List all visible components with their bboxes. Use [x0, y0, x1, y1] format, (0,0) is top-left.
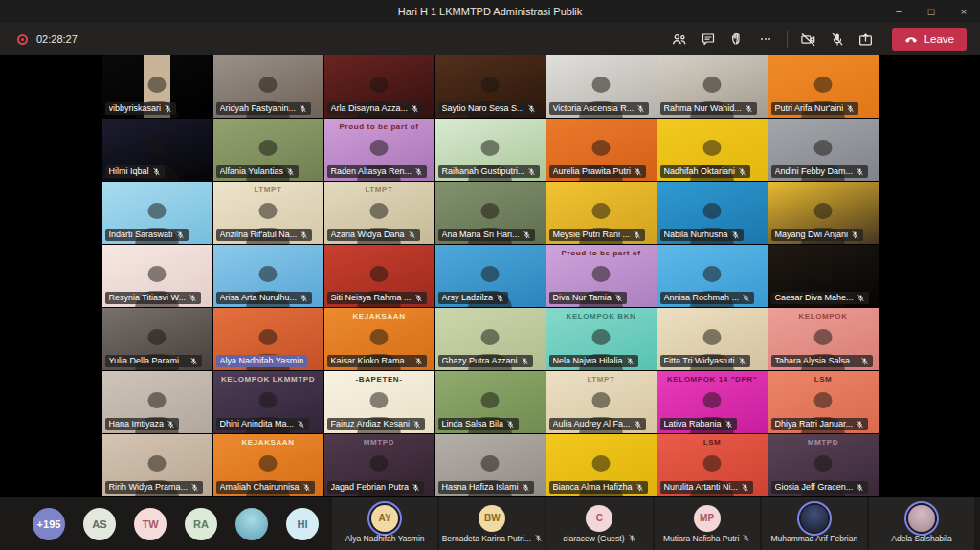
maximize-button[interactable]: □ [915, 0, 947, 23]
more-options-button[interactable] [751, 27, 780, 52]
mic-muted-icon [506, 420, 515, 429]
participant-tile[interactable]: Resynia Titiasvi W... [102, 245, 212, 307]
participant-tile[interactable]: Yulia Della Parami... [102, 308, 212, 370]
camera-toggle-button[interactable] [794, 27, 823, 52]
participant-tile[interactable]: MMTPDGiosia Jeff Gracen... [768, 434, 879, 496]
participant-tile[interactable]: KELOMPOK BKNNela Najwa Hilalia [546, 308, 657, 370]
participant-tile[interactable]: Ghazy Putra Azzani [435, 308, 546, 370]
featured-participant[interactable]: BWBernadeta Karina Putri... [439, 497, 545, 550]
participant-tile[interactable]: KELOMPOK 14 "DPR"Lativa Rabania [657, 371, 768, 433]
participant-initials-avatar[interactable]: C [586, 505, 612, 532]
participant-tile[interactable]: Hana Imtiyaza [102, 371, 212, 433]
participant-initials-avatar[interactable]: BW [479, 505, 505, 532]
participant-initials-avatar[interactable]: RA [185, 508, 217, 540]
chat-button[interactable] [694, 27, 723, 52]
mic-muted-icon [164, 104, 172, 113]
participant-tile[interactable]: Nadhifah Oktariani [657, 119, 768, 181]
participant-initials-avatar[interactable]: AY [371, 505, 398, 532]
participant-tile[interactable]: Alfania Yulantias [213, 119, 323, 181]
participant-photo-avatar[interactable] [801, 505, 828, 532]
window-title: Hari H 1 LKMMTPD Administrasi Publik [398, 6, 583, 17]
participant-tile[interactable]: Proud to be part ofDiva Nur Tamia [546, 245, 657, 307]
participant-tile[interactable]: LTMPTAnzilna Rif'atul Na... [213, 182, 323, 244]
participant-tile[interactable]: Saytio Naro Sesa S... [435, 55, 546, 118]
participant-name-label: Caesar Diva Mahe... [771, 292, 869, 304]
virtual-background-text: KEJAKSAAN [324, 312, 434, 320]
participant-tile[interactable]: Nabila Nurhusna [657, 182, 768, 244]
participant-name-label: Mayang Dwi Anjani [771, 229, 864, 241]
mic-muted-icon [628, 534, 636, 542]
mic-muted-icon [614, 294, 623, 302]
participant-tile[interactable]: Aurelia Prawita Putri [546, 119, 657, 181]
participant-tile[interactable]: Proud to be part ofRaden Altasya Ren... [324, 119, 434, 181]
participant-tile[interactable]: Hilmi Iqbal [102, 119, 212, 181]
participant-tile[interactable]: Aridyah Fastyanin... [213, 55, 323, 118]
participant-grid: vibbyriskasariAridyah Fastyanin...Arla D… [102, 55, 879, 496]
participant-photo-avatar[interactable] [908, 505, 935, 532]
participant-initials-avatar[interactable]: AS [83, 508, 116, 540]
participant-tile[interactable]: Bianca Alma Hafizha [546, 434, 657, 496]
participant-initials-avatar[interactable]: TW [134, 508, 167, 540]
participant-tile[interactable]: KEJAKSAANKaisar Kioko Rama... [324, 308, 434, 370]
participant-tile[interactable]: Fitta Tri Widyastuti [657, 308, 768, 370]
participant-tile[interactable]: Annisa Rochmah ... [657, 245, 768, 307]
participant-tile[interactable]: Rahma Nur Wahid... [657, 55, 768, 118]
participant-name-label: Bianca Alma Hafizha [549, 481, 648, 494]
leave-button[interactable]: Leave [892, 28, 967, 51]
participant-tile[interactable]: KELOMPOK LKMMTPDDhini Anindita Ma... [213, 371, 323, 433]
participant-tile[interactable]: -BAPETEN-Fairuz Ardiaz Kesani [324, 371, 434, 433]
featured-participant[interactable]: AYAlya Nadhifah Yasmin [332, 497, 437, 550]
participant-name-label: Tahara Alysia Salsa... [771, 355, 873, 367]
participant-tile[interactable]: Alya Nadhifah Yasmin [213, 308, 323, 370]
participant-tile[interactable]: Linda Salsa Bila [435, 371, 546, 433]
featured-participant[interactable]: MPMutiara Nafisha Putri [655, 497, 760, 550]
participant-tile[interactable]: Arisa Arta Nurulhu... [213, 245, 323, 307]
participants-button[interactable] [665, 27, 694, 52]
participant-tile[interactable]: KELOMPOKTahara Alysia Salsa... [768, 308, 879, 370]
featured-participant[interactable]: Muhammad Arif Febrian [762, 497, 867, 550]
featured-participant[interactable]: Adela Salshabila [869, 497, 974, 550]
participant-photo-avatar[interactable] [235, 508, 268, 540]
participant-initials-avatar[interactable]: HI [286, 508, 319, 540]
mic-toggle-button[interactable] [823, 27, 852, 52]
participant-initials-avatar[interactable]: +195 [33, 508, 65, 540]
participant-tile[interactable]: Raihanah Gustiputri... [435, 119, 546, 181]
participant-tile[interactable]: Siti Neisya Rahma ... [324, 245, 434, 307]
share-screen-button[interactable] [852, 27, 880, 52]
mic-muted-icon [300, 294, 308, 302]
participant-name: Linda Salsa Bila [442, 419, 504, 429]
participant-name: Fitta Tri Widyastuti [664, 356, 735, 366]
participant-tile[interactable]: Hasna Hafiza Islami [435, 434, 546, 496]
more-icon [758, 32, 773, 47]
participant-tile[interactable]: LTMPTAzaria Widya Dana [324, 182, 434, 244]
participant-name-label: Arsy Ladzilza [438, 292, 509, 304]
participant-name: Arla Disayna Azza... [331, 103, 409, 114]
close-button[interactable]: × [947, 0, 980, 23]
participant-tile[interactable]: Putri Arifa Nur'aini [768, 55, 879, 118]
participant-tile[interactable]: Victoria Ascensia R... [546, 55, 657, 118]
participant-tile[interactable]: Ririh Widya Prama... [102, 434, 212, 496]
participant-tile[interactable]: Indarti Saraswati [102, 182, 212, 244]
participant-tile[interactable]: Mayang Dwi Anjani [768, 182, 879, 244]
participant-tile[interactable]: Caesar Diva Mahe... [768, 245, 879, 307]
participant-initials-avatar[interactable]: MP [694, 505, 721, 532]
participant-name-label: Jagad Febrian Putra [327, 481, 425, 494]
participant-tile[interactable]: MMTPDJagad Febrian Putra [324, 434, 434, 496]
mic-muted-icon [176, 231, 185, 239]
participant-name: Raden Altasya Ren... [331, 166, 412, 177]
participant-name-label: Putri Arifa Nur'aini [771, 102, 859, 115]
minimize-button[interactable]: − [882, 0, 915, 23]
participant-tile[interactable]: vibbyriskasari [102, 55, 212, 118]
participant-tile[interactable]: Arsy Ladzilza [435, 245, 546, 307]
participant-tile[interactable]: Andini Febby Dam... [768, 119, 879, 181]
featured-participant[interactable]: Cclaracew (Guest) [546, 497, 652, 550]
participant-tile[interactable]: Arla Disayna Azza... [324, 55, 434, 118]
participant-tile[interactable]: LTMPTAulia Audrey Al Fa... [546, 371, 657, 433]
participant-tile[interactable]: Meysie Putri Rani ... [546, 182, 657, 244]
participant-tile[interactable]: LSMNurulita Artanti Ni... [657, 434, 768, 496]
participant-tile[interactable]: LSMDhiya Ratri Januar... [768, 371, 879, 433]
participant-tile[interactable]: KEJAKSAANAmaliah Chairunnisa [213, 434, 323, 496]
raise-hand-button[interactable] [723, 27, 751, 52]
participant-tile[interactable]: Ana Maria Sri Hari... [435, 182, 546, 244]
participant-name-label: Giosia Jeff Gracen... [771, 481, 869, 494]
